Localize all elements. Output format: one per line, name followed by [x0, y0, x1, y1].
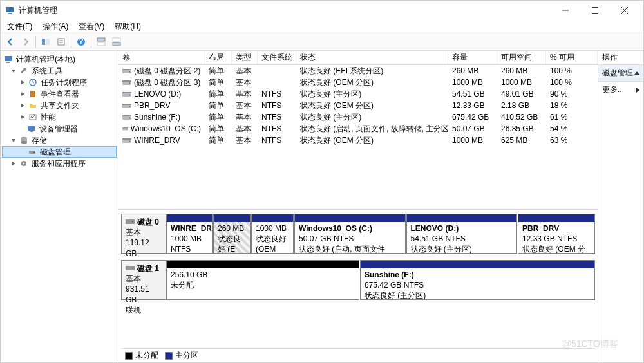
svg-point-48	[126, 129, 127, 129]
back-button[interactable]	[3, 35, 17, 49]
partition-pbr-drv[interactable]: PBR_DRV 12.33 GB NTFS 状态良好 (OEM 分区)	[518, 214, 595, 254]
partition-lenovo[interactable]: LENOVO (D:) 54.51 GB NTFS 状态良好 (主分区)	[406, 214, 518, 254]
col-layout[interactable]: 布局	[205, 51, 232, 64]
main-area: 计算机管理(本地) 系统工具 任务计划程序 事件查看器 共享文件夹 性能	[1, 51, 643, 362]
volume-cell: 基本	[232, 66, 258, 77]
svg-point-28	[33, 152, 35, 153]
volume-row[interactable]: WINRE_DRV简单基本NTFS状态良好 (OEM 分区)1000 MB625…	[118, 135, 598, 146]
svg-rect-23	[30, 131, 33, 132]
tree-root[interactable]: 计算机管理(本地)	[2, 53, 117, 65]
svg-rect-17	[5, 56, 12, 61]
maximize-button[interactable]	[580, 1, 610, 20]
col-type[interactable]: 类型	[232, 51, 258, 64]
svg-rect-38	[122, 92, 131, 93]
col-status[interactable]: 状态	[296, 51, 448, 64]
partition-oem[interactable]: 1000 MB 状态良好 (OEM	[251, 214, 294, 254]
close-button[interactable]	[610, 1, 639, 20]
partition-winre-drv[interactable]: WINRE_DRV 1000 MB NTFS 状态良好 (OEM	[166, 214, 213, 254]
caret-closed-icon	[10, 160, 17, 167]
volume-cell: 简单	[205, 124, 232, 135]
console-tree[interactable]: 计算机管理(本地) 系统工具 任务计划程序 事件查看器 共享文件夹 性能	[1, 51, 118, 362]
volume-cell: 260 MB	[448, 66, 497, 75]
col-filesystem[interactable]: 文件系统	[258, 51, 296, 64]
actions-pane: 操作 磁盘管理 更多...	[598, 51, 643, 362]
volume-cell: 90 %	[546, 89, 585, 98]
tree-disk-management[interactable]: 磁盘管理	[2, 146, 117, 158]
tree-shared-folders[interactable]: 共享文件夹	[2, 100, 117, 111]
properties-button[interactable]	[54, 35, 68, 49]
volume-cell: 基本	[232, 124, 258, 135]
view-bottom-button[interactable]	[109, 35, 124, 49]
svg-rect-44	[122, 115, 131, 116]
chevron-up-icon	[634, 71, 639, 75]
volume-cell: 2.18 GB	[497, 101, 546, 110]
partition-sunshine[interactable]: Sunshine (F:) 675.42 GB NTFS 状态良好 (主分区)	[360, 260, 595, 300]
show-hide-console-tree-button[interactable]	[39, 35, 53, 49]
minimize-button[interactable]	[551, 1, 580, 20]
col-percentfree[interactable]: % 可用	[546, 51, 598, 64]
partition-unallocated[interactable]: 256.10 GB 未分配	[166, 260, 359, 300]
partition-type-bar	[252, 214, 293, 222]
menu-action[interactable]: 操作(A)	[39, 21, 72, 33]
legend-swatch-primary	[165, 352, 173, 360]
tree-performance[interactable]: 性能	[2, 111, 117, 123]
svg-point-26	[21, 141, 27, 144]
volume-row[interactable]: Sunshine (F:)简单基本NTFS状态良好 (主分区)675.42 GB…	[118, 111, 598, 123]
svg-rect-16	[113, 42, 120, 46]
volume-row[interactable]: Windows10_OS (C:)简单基本NTFS状态良好 (启动, 页面文件,…	[118, 123, 598, 135]
volume-cell: NTFS	[258, 113, 296, 122]
forward-button[interactable]	[19, 35, 33, 49]
disk-1-header[interactable]: 磁盘 1 基本 931.51 GB 联机	[121, 260, 166, 300]
volume-cell: LENOVO (D:)	[118, 89, 205, 98]
volume-cell: (磁盘 0 磁盘分区 2)	[118, 66, 205, 77]
actions-more[interactable]: 更多...	[598, 82, 643, 98]
tree-task-scheduler[interactable]: 任务计划程序	[2, 77, 117, 88]
tree-event-viewer[interactable]: 事件查看器	[2, 88, 117, 100]
gear-icon	[19, 158, 29, 169]
svg-rect-7	[46, 39, 50, 45]
menu-view[interactable]: 查看(V)	[75, 21, 108, 33]
disk-icon	[27, 147, 37, 157]
volume-cell: 260 MB	[497, 66, 546, 75]
volume-cell: NTFS	[258, 101, 296, 110]
volume-row[interactable]: (磁盘 0 磁盘分区 2)简单基本状态良好 (EFI 系统分区)260 MB26…	[118, 65, 598, 77]
toolbar-separator	[35, 36, 36, 48]
volume-list[interactable]: (磁盘 0 磁盘分区 2)简单基本状态良好 (EFI 系统分区)260 MB26…	[118, 65, 598, 209]
actions-header: 操作	[598, 51, 643, 65]
disk-0-header[interactable]: 磁盘 0 基本 119.12 GB 联机	[121, 214, 166, 254]
volume-cell: Windows10_OS (C:)	[118, 124, 205, 133]
legend-swatch-unallocated	[125, 352, 133, 360]
partition-efi[interactable]: 260 MB 状态良好 (E	[213, 214, 251, 254]
book-icon	[28, 89, 38, 99]
tree-device-manager[interactable]: 设备管理器	[2, 123, 117, 135]
volume-cell: 基本	[232, 89, 258, 100]
actions-group-disk-management[interactable]: 磁盘管理	[598, 65, 643, 82]
svg-point-36	[129, 83, 130, 84]
volume-row[interactable]: (磁盘 0 磁盘分区 3)简单基本状态良好 (OEM 分区)1000 MB100…	[118, 77, 598, 88]
volume-cell: 12.33 GB	[448, 101, 497, 110]
graphical-view: 磁盘 0 基本 119.12 GB 联机 WINRE_DRV 1000 MB N…	[118, 209, 598, 362]
volume-cell: 675.42 GB	[448, 113, 497, 122]
volume-cell: 状态良好 (启动, 页面文件, 故障转储, 主分区)	[296, 124, 448, 135]
help-button[interactable]: ?	[74, 35, 88, 49]
menu-file[interactable]: 文件(F)	[3, 21, 36, 33]
toolbar-separator	[91, 36, 91, 48]
tree-system-tools[interactable]: 系统工具	[2, 65, 117, 77]
volume-cell: 100 %	[546, 66, 585, 75]
volume-cell: 54.51 GB	[448, 89, 497, 98]
svg-rect-41	[122, 104, 131, 105]
volume-cell: 状态良好 (OEM 分区)	[296, 77, 448, 88]
volume-cell: 状态良好 (EFI 系统分区)	[296, 66, 448, 77]
volume-row[interactable]: PBR_DRV简单基本NTFS状态良好 (OEM 分区)12.33 GB2.18…	[118, 100, 598, 111]
tree-services-apps[interactable]: 服务和应用程序	[2, 158, 117, 169]
svg-rect-20	[30, 91, 35, 97]
menu-help[interactable]: 帮助(H)	[111, 21, 145, 33]
volume-row[interactable]: LENOVO (D:)简单基本NTFS状态良好 (主分区)54.51 GB49.…	[118, 88, 598, 100]
col-capacity[interactable]: 容量	[448, 51, 497, 64]
tree-storage[interactable]: 存储	[2, 135, 117, 146]
view-top-button[interactable]	[94, 35, 108, 49]
col-volume[interactable]: 卷	[118, 51, 205, 64]
col-freespace[interactable]: 可用空间	[497, 51, 546, 64]
caret-closed-icon	[19, 102, 26, 109]
partition-windows10-os[interactable]: Windows10_OS (C:) 50.07 GB NTFS 状态良好 (启动…	[294, 214, 406, 254]
